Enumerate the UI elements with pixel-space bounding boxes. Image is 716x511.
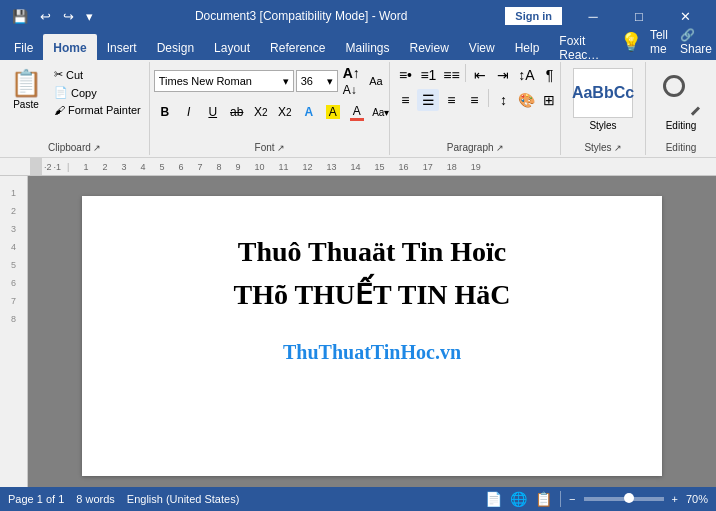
editing-content: Editing [650, 64, 712, 140]
font-format-row: B I U ab X2 X2 A A A Aa▾ [154, 101, 392, 123]
font-grow-button[interactable]: A↑ [340, 64, 363, 82]
tab-view[interactable]: View [459, 34, 505, 60]
font-size-dropdown-icon: ▾ [327, 75, 333, 88]
tab-insert[interactable]: Insert [97, 34, 147, 60]
language-info[interactable]: English (United States) [127, 493, 240, 505]
font-selector-row: Times New Roman ▾ 36 ▾ A↑ A↓ Aa [154, 64, 387, 98]
tab-review[interactable]: Review [399, 34, 458, 60]
tab-file[interactable]: File [4, 34, 43, 60]
font-color-button[interactable]: A [346, 101, 368, 123]
font-expand-icon[interactable]: ↗ [277, 143, 285, 153]
tab-help[interactable]: Help [505, 34, 550, 60]
font-case-button[interactable]: Aa▾ [370, 101, 392, 123]
styles-content: AaBbCc Styles [565, 64, 641, 140]
document-line1[interactable]: Thuô Thuaät Tin Hoïc [132, 236, 612, 268]
zoom-level[interactable]: 70% [686, 493, 708, 505]
format-painter-button[interactable]: 🖌 Format Painter [50, 102, 145, 118]
underline-button[interactable]: U [202, 101, 224, 123]
zoom-out-icon[interactable]: − [569, 493, 575, 505]
copy-button[interactable]: 📄 Copy [50, 84, 145, 101]
tab-reference[interactable]: Reference [260, 34, 335, 60]
undo-icon[interactable]: ↩ [36, 7, 55, 26]
editing-icon-area [658, 68, 704, 118]
document-watermark: ThuThuatTinHoc.vn [132, 341, 612, 364]
align-right-button[interactable]: ≡ [440, 89, 462, 111]
cut-icon: ✂ [54, 68, 63, 81]
paste-button[interactable]: 📋 Paste [4, 64, 48, 114]
document-area[interactable]: Thuô Thuaät Tin Hoïc THõ THUẾT TIN HäC T… [28, 176, 716, 487]
font-name-dropdown-icon: ▾ [283, 75, 289, 88]
tab-mailings[interactable]: Mailings [335, 34, 399, 60]
search-icon-area [663, 75, 699, 111]
divider2 [488, 89, 489, 107]
italic-button[interactable]: I [178, 101, 200, 123]
view-outline-icon[interactable]: 📋 [535, 491, 552, 507]
paragraph-expand-icon[interactable]: ↗ [496, 143, 504, 153]
strikethrough-button[interactable]: ab [226, 101, 248, 123]
status-right: 📄 🌐 📋 − + 70% [485, 491, 708, 507]
decrease-indent-button[interactable]: ⇤ [469, 64, 491, 86]
highlight-button[interactable]: A [322, 101, 344, 123]
lightbulb-icon[interactable]: 💡 [620, 31, 642, 53]
superscript-button[interactable]: X2 [274, 101, 296, 123]
quick-access-toolbar: 💾 ↩ ↪ ▾ [8, 7, 97, 26]
save-icon[interactable]: 💾 [8, 7, 32, 26]
tab-layout[interactable]: Layout [204, 34, 260, 60]
zoom-slider[interactable] [584, 497, 664, 501]
text-effects-button[interactable]: A [298, 101, 320, 123]
search-circle [663, 75, 685, 97]
subscript-button[interactable]: X2 [250, 101, 272, 123]
sign-in-button[interactable]: Sign in [505, 7, 562, 25]
clipboard-expand-icon[interactable]: ↗ [93, 143, 101, 153]
paragraph-row2: ≡ ☰ ≡ ≡ ↕ 🎨 ⊞ [394, 89, 560, 111]
share-button[interactable]: 🔗 Share [680, 28, 712, 56]
show-marks-button[interactable]: ¶ [538, 64, 560, 86]
borders-button[interactable]: ⊞ [538, 89, 560, 111]
tab-design[interactable]: Design [147, 34, 204, 60]
font-name-value: Times New Roman [159, 75, 252, 87]
view-web-icon[interactable]: 🌐 [510, 491, 527, 507]
align-left-button[interactable]: ≡ [394, 89, 416, 111]
font-content: Times New Roman ▾ 36 ▾ A↑ A↓ Aa B I U ab… [154, 64, 386, 140]
justify-button[interactable]: ≡ [463, 89, 485, 111]
font-grow-shrink: A↑ A↓ [340, 64, 363, 98]
bullets-button[interactable]: ≡• [394, 64, 416, 86]
tab-home[interactable]: Home [43, 34, 96, 60]
cut-button[interactable]: ✂ Cut [50, 66, 145, 83]
editing-box[interactable]: Editing [650, 64, 712, 135]
zoom-thumb [624, 493, 634, 503]
document-line2[interactable]: THõ THUẾT TIN HäC [132, 278, 612, 311]
line-spacing-button[interactable]: ↕ [492, 89, 514, 111]
align-center-button[interactable]: ☰ [417, 89, 439, 111]
font-name-selector[interactable]: Times New Roman ▾ [154, 70, 294, 92]
customize-icon[interactable]: ▾ [82, 7, 97, 26]
paste-icon: 📋 [10, 68, 42, 99]
ruler: ·2 ·1 | 1 2 3 4 5 6 7 8 9 10 11 12 13 14… [0, 158, 716, 176]
numbering-button[interactable]: ≡1 [417, 64, 439, 86]
copy-label: Copy [71, 87, 97, 99]
paragraph-label: Paragraph ↗ [394, 140, 556, 153]
minimize-button[interactable]: ─ [570, 0, 616, 32]
sort-button[interactable]: ↕A [515, 64, 537, 86]
view-normal-icon[interactable]: 📄 [485, 491, 502, 507]
bold-button[interactable]: B [154, 101, 176, 123]
zoom-in-icon[interactable]: + [672, 493, 678, 505]
clipboard-content: 📋 Paste ✂ Cut 📄 Copy 🖌 Format Painter [4, 64, 145, 140]
page-info[interactable]: Page 1 of 1 [8, 493, 64, 505]
redo-icon[interactable]: ↪ [59, 7, 78, 26]
tell-me-text[interactable]: Tell me [650, 28, 672, 56]
tab-foxit[interactable]: Foxit Reac… [549, 34, 620, 60]
document-page[interactable]: Thuô Thuaät Tin Hoïc THõ THUẾT TIN HäC T… [82, 196, 662, 476]
status-bar: Page 1 of 1 8 words English (United Stat… [0, 487, 716, 511]
font-size-selector[interactable]: 36 ▾ [296, 70, 338, 92]
styles-expand-icon[interactable]: ↗ [614, 143, 622, 153]
word-count[interactable]: 8 words [76, 493, 115, 505]
styles-box[interactable]: AaBbCc Styles [565, 64, 641, 135]
ruler-numbers: ·2 ·1 | 1 2 3 4 5 6 7 8 9 10 11 12 13 14… [44, 162, 483, 172]
font-shrink-button[interactable]: A↓ [340, 82, 363, 98]
format-painter-label: Format Painter [68, 104, 141, 116]
shading-button[interactable]: 🎨 [515, 89, 537, 111]
increase-indent-button[interactable]: ⇥ [492, 64, 514, 86]
multilevel-list-button[interactable]: ≡≡ [440, 64, 462, 86]
clear-formatting-button[interactable]: Aa [365, 70, 387, 92]
